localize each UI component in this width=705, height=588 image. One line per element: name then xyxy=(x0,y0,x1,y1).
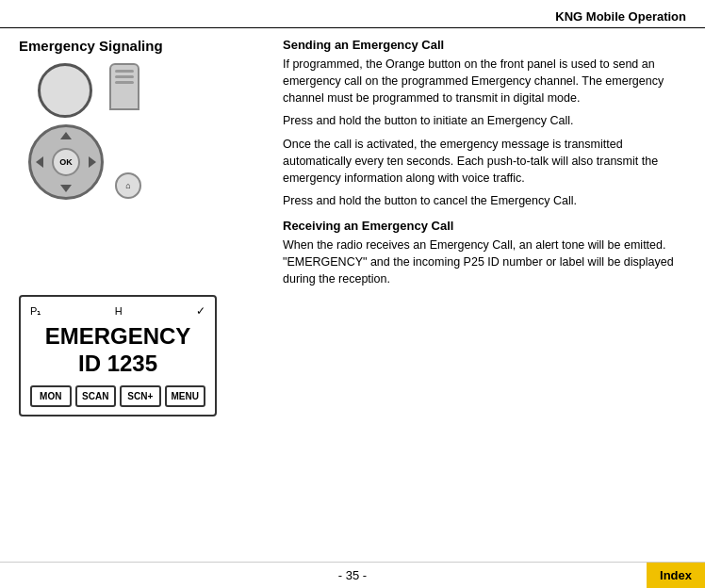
index-badge[interactable]: Index xyxy=(647,563,705,588)
display-soft-buttons: MON SCAN SCN+ MENU xyxy=(30,385,205,407)
page-footer: - 35 - Index xyxy=(0,562,705,588)
sending-para-1: If programmed, the Orange button on the … xyxy=(283,56,686,106)
dpad-area: OK ⌂ xyxy=(28,124,141,200)
dpad-ok-button[interactable]: OK xyxy=(52,148,80,176)
sending-para-3: Once the call is activated, the emergenc… xyxy=(283,136,686,187)
header-title: KNG Mobile Operation xyxy=(555,9,686,24)
dpad-up-arrow xyxy=(60,132,72,139)
dpad-left-arrow xyxy=(36,156,43,168)
receiving-para-1: When the radio receives an Emergency Cal… xyxy=(283,237,686,287)
volume-knob xyxy=(38,63,92,118)
sending-para-2: Press and hold the button to initiate an… xyxy=(283,112,686,129)
left-column: Emergency Signaling OK ⌂ xyxy=(19,38,264,416)
display-status-bar: P₁ H ✓ xyxy=(30,304,205,318)
display-status-check: ✓ xyxy=(196,304,205,318)
display-line2: ID 1235 xyxy=(30,351,205,378)
soft-btn-menu[interactable]: MENU xyxy=(165,385,206,407)
display-line1: EMERGENCY xyxy=(30,323,205,351)
main-content: Emergency Signaling OK ⌂ xyxy=(0,28,705,426)
display-main-text: EMERGENCY ID 1235 xyxy=(30,323,205,378)
page-header: KNG Mobile Operation xyxy=(0,0,705,28)
soft-btn-mon[interactable]: MON xyxy=(30,385,72,407)
display-status-h: H xyxy=(115,305,123,317)
dpad[interactable]: OK xyxy=(28,124,104,200)
dpad-down-arrow xyxy=(60,185,72,192)
soft-btn-scan[interactable]: SCAN xyxy=(75,385,117,407)
home-button[interactable]: ⌂ xyxy=(115,172,141,199)
display-panel: P₁ H ✓ EMERGENCY ID 1235 MON SCAN SCN+ M… xyxy=(19,295,217,416)
right-column: Sending an Emergency Call If programmed,… xyxy=(273,38,686,416)
orange-button-area xyxy=(100,63,139,110)
display-status-p: P₁ xyxy=(30,305,41,318)
radio-illustration: OK ⌂ xyxy=(19,63,245,280)
page-number: - 35 - xyxy=(338,568,367,582)
subsection-title-sending: Sending an Emergency Call xyxy=(283,38,686,52)
orange-button[interactable] xyxy=(109,63,139,110)
section-title: Emergency Signaling xyxy=(19,38,264,54)
sending-para-4: Press and hold the button to cancel the … xyxy=(283,192,686,209)
dpad-right-arrow xyxy=(89,156,96,168)
subsection-title-receiving: Receiving an Emergency Call xyxy=(283,219,686,233)
top-controls xyxy=(38,63,139,118)
soft-btn-scnplus[interactable]: SCN+ xyxy=(120,385,161,407)
